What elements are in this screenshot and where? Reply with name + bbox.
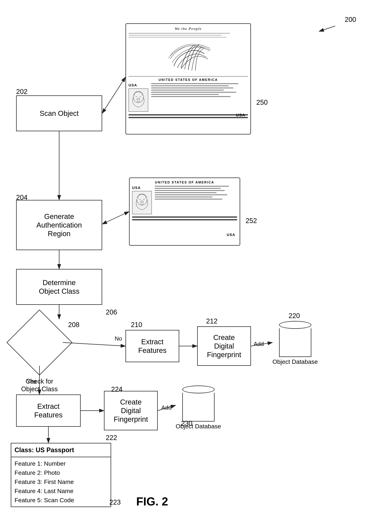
ref-204: 204 (16, 194, 28, 201)
ref-230: 230 (181, 419, 192, 427)
passport-auth-country: UNITED STATES OF AMERICA (132, 181, 237, 184)
ref-202: 202 (16, 88, 28, 96)
create-fp-top-box: Create Digital Fingerprint (197, 326, 251, 366)
ref-208: 208 (68, 321, 79, 329)
ref-206: 206 (106, 308, 117, 316)
ref-220: 220 (289, 312, 300, 320)
ref-212: 212 (206, 317, 217, 325)
passport-photo-box-top (129, 88, 148, 112)
ref-224: 224 (111, 386, 122, 393)
scan-object-box: Scan Object (16, 95, 102, 131)
create-fp-bot-box: Create Digital Fingerprint (104, 391, 158, 430)
passport-data-row: USA (129, 83, 248, 112)
yes-label: Yes (27, 378, 36, 385)
svg-line-6 (319, 26, 335, 31)
add-bot-label: Add (161, 404, 172, 411)
ref-252: 252 (246, 217, 257, 225)
class-template-body: Feature 1: Number Feature 2: Photo Featu… (11, 457, 111, 507)
ref-222: 222 (106, 434, 117, 442)
passport-photo-box-auth (132, 191, 152, 214)
det-class-box: Determine Object Class (16, 269, 102, 305)
passport-eagle-area (129, 39, 248, 75)
fig-label: FIG. 2 (136, 495, 168, 508)
object-db-top: Object Database (272, 321, 318, 365)
class-template-box: Class: US Passport Feature 1: Number Fea… (11, 443, 111, 507)
class-template-header: Class: US Passport (11, 443, 111, 457)
passport-auth-data-row: USA (132, 186, 237, 214)
svg-line-9 (102, 212, 129, 224)
passport-country-label: UNITED STATES OF AMERICA (129, 78, 248, 82)
ref-210: 210 (131, 321, 142, 329)
svg-line-7 (102, 77, 126, 113)
svg-line-12 (63, 343, 126, 346)
svg-point-3 (140, 201, 143, 202)
passport-top-header: We the People (129, 26, 248, 31)
passport-top-image: We the People (126, 23, 251, 134)
svg-point-1 (137, 98, 140, 100)
passport-bottom-section: UNITED STATES OF AMERICA USA (129, 76, 248, 118)
ref-223: 223 (109, 499, 121, 506)
ref-250: 250 (256, 99, 268, 106)
diagram-container: 200 We the People (0, 0, 392, 532)
extract-features-top-box: Extract Features (126, 330, 179, 362)
extract-features-bot-box: Extract Features (16, 395, 81, 427)
check-template-diamond: Check for Object Class Template (16, 319, 63, 366)
gen-auth-box: Generate Authentication Region (16, 200, 102, 250)
ref-200: 200 (345, 16, 356, 24)
passport-top-lines (129, 33, 248, 38)
no-label: No (115, 335, 122, 342)
add-top-label: Add (254, 341, 264, 347)
passport-auth-image: UNITED STATES OF AMERICA USA (129, 178, 240, 246)
